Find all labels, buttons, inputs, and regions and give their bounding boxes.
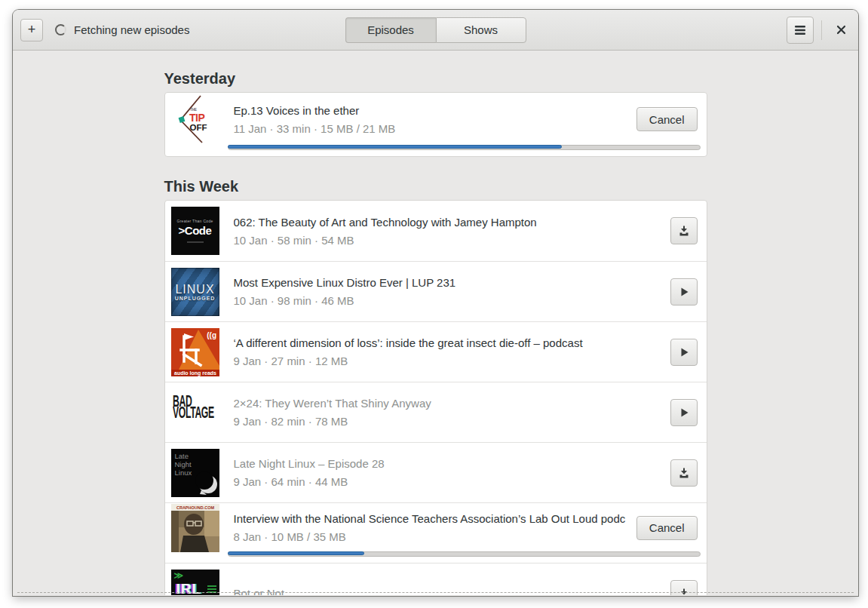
episode-info: ‘A different dimension of loss’: inside … bbox=[234, 336, 670, 367]
cover-text: IRL bbox=[176, 581, 202, 596]
download-icon bbox=[678, 588, 690, 596]
header-right-controls bbox=[787, 17, 852, 44]
status-text: Fetching new episodes bbox=[74, 23, 189, 36]
play-button[interactable] bbox=[670, 278, 698, 306]
cover-text: Greater Than Code bbox=[176, 219, 213, 223]
play-icon bbox=[678, 286, 690, 298]
cover-irl: ≫ IRL bbox=[171, 570, 219, 596]
play-button[interactable] bbox=[670, 399, 698, 426]
cover-decoration bbox=[207, 585, 216, 593]
episode-row-linux-unplugged[interactable]: LINUX UNPLUGGED Most Expensive Linux Dis… bbox=[165, 261, 707, 321]
episode-title: 062: The Beauty of Art and Technology wi… bbox=[234, 216, 660, 229]
hamburger-icon bbox=[794, 25, 806, 35]
spinner-icon bbox=[55, 24, 66, 35]
episode-title: Ep.13 Voices in the ether bbox=[234, 104, 626, 117]
download-button[interactable] bbox=[670, 217, 698, 244]
play-button[interactable] bbox=[670, 339, 698, 366]
view-switcher: Episodes Shows bbox=[345, 17, 526, 43]
desktop-background: + Fetching new episodes Episodes Shows bbox=[0, 0, 868, 608]
cover-the-tip-off: THE TIP OFF bbox=[171, 95, 219, 143]
episodes-feed: Yesterday THE TIP OFF bbox=[164, 51, 707, 595]
header-bar: + Fetching new episodes Episodes Shows bbox=[13, 10, 858, 51]
cover-text: VOLTAGE bbox=[173, 406, 207, 421]
this-week-card: Greater Than Code >Code 062: The Beauty … bbox=[164, 200, 707, 595]
episode-row-greater-than-code[interactable]: Greater Than Code >Code 062: The Beauty … bbox=[165, 201, 707, 261]
cover-craphound: CRAPHOUND.COM bbox=[171, 504, 219, 552]
cover-text: LINUX bbox=[175, 283, 214, 296]
episode-row-bad-voltage[interactable]: BAD VOLTAGE 2×24: They Weren’t That Shin… bbox=[165, 382, 707, 442]
cancel-download-button[interactable]: Cancel bbox=[636, 107, 698, 131]
episode-row-audio-long-reads[interactable]: ((g audio long reads ‘A different dimens… bbox=[165, 321, 707, 382]
cover-late-night-linux: Late Night Linux bbox=[171, 449, 219, 497]
download-progressbar bbox=[228, 551, 701, 557]
play-icon bbox=[678, 346, 690, 358]
episode-title: 2×24: They Weren’t That Shiny Anyway bbox=[234, 397, 660, 410]
yesterday-card: THE TIP OFF Ep.13 Voices in the ether 11… bbox=[164, 92, 707, 157]
tab-episodes[interactable]: Episodes bbox=[345, 17, 436, 43]
cover-text: >Code bbox=[179, 224, 212, 237]
episode-title: Interview with the National Science Teac… bbox=[234, 512, 626, 525]
episode-meta: 11 Jan · 33 min · 15 MB / 21 MB bbox=[234, 122, 626, 135]
episode-title: ‘A different dimension of loss’: inside … bbox=[234, 336, 660, 349]
play-icon bbox=[678, 407, 690, 419]
episode-meta: 9 Jan · 82 min · 78 MB bbox=[234, 415, 660, 428]
episode-row-tip-off[interactable]: THE TIP OFF Ep.13 Voices in the ether 11… bbox=[165, 93, 707, 156]
download-progressbar bbox=[228, 145, 701, 150]
chevron-icon: ≫ bbox=[174, 570, 184, 581]
menu-button[interactable] bbox=[787, 17, 814, 44]
episode-row-late-night-linux[interactable]: Late Night Linux Late Night Linu bbox=[165, 442, 707, 502]
close-button[interactable] bbox=[830, 17, 852, 44]
episode-meta: 9 Jan · 27 min · 12 MB bbox=[234, 355, 660, 367]
episode-title: Bot or Not bbox=[234, 587, 660, 595]
episode-info: Most Expensive Linux Distro Ever | LUP 2… bbox=[234, 276, 670, 307]
tab-shows[interactable]: Shows bbox=[436, 17, 526, 43]
episode-meta: 10 Jan · 58 min · 54 MB bbox=[234, 234, 660, 247]
section-title-this-week: This Week bbox=[164, 178, 707, 195]
cover-linux-unplugged: LINUX UNPLUGGED bbox=[171, 268, 219, 316]
download-progress-fill bbox=[228, 145, 563, 149]
cancel-download-button[interactable]: Cancel bbox=[636, 516, 698, 540]
download-button[interactable] bbox=[670, 459, 698, 487]
episode-row-irl[interactable]: ≫ IRL Bot or Not bbox=[165, 563, 707, 595]
episode-info: Bot or Not bbox=[234, 587, 670, 595]
cover-text-tip: TIP bbox=[189, 112, 204, 124]
download-icon bbox=[678, 225, 690, 237]
episode-info: Ep.13 Voices in the ether 11 Jan · 33 mi… bbox=[234, 104, 636, 135]
cover-decoration bbox=[187, 241, 204, 243]
cover-text: CRAPHOUND.COM bbox=[176, 505, 214, 510]
close-icon bbox=[836, 25, 846, 35]
cover-text: UNPLUGGED bbox=[175, 296, 216, 301]
download-icon bbox=[678, 467, 690, 479]
episode-info: 2×24: They Weren’t That Shiny Anyway 9 J… bbox=[234, 397, 670, 428]
podcasts-window: + Fetching new episodes Episodes Shows bbox=[13, 10, 858, 596]
cover-text-off: OFF bbox=[189, 123, 207, 132]
episode-row-craphound[interactable]: CRAPHOUND.COM Interview with the Nationa… bbox=[165, 502, 707, 563]
episode-info: Interview with the National Science Teac… bbox=[234, 512, 636, 543]
sync-status: Fetching new episodes bbox=[55, 23, 189, 36]
header-separator bbox=[821, 20, 822, 40]
episode-info: Late Night Linux – Episode 28 9 Jan · 64… bbox=[234, 457, 670, 488]
scroll-undershoot-indicator bbox=[17, 592, 854, 593]
download-progress-fill bbox=[228, 551, 364, 555]
episode-title: Most Expensive Linux Distro Ever | LUP 2… bbox=[234, 276, 660, 289]
guardian-roundel-icon: ((g bbox=[207, 331, 216, 339]
crescent-moon-icon bbox=[171, 449, 219, 497]
episode-meta: 9 Jan · 64 min · 44 MB bbox=[234, 475, 660, 488]
cover-audio-long-reads: ((g audio long reads bbox=[171, 328, 219, 376]
cover-text: audio long reads bbox=[173, 370, 216, 376]
section-title-yesterday: Yesterday bbox=[164, 70, 707, 87]
cover-bad-voltage: BAD VOLTAGE bbox=[171, 388, 219, 437]
cover-greater-than-code: Greater Than Code >Code bbox=[171, 207, 219, 255]
episode-info: 062: The Beauty of Art and Technology wi… bbox=[234, 216, 670, 247]
add-podcast-button[interactable]: + bbox=[20, 19, 43, 41]
episode-meta: 10 Jan · 98 min · 46 MB bbox=[234, 294, 660, 307]
episode-meta: 8 Jan · 10 MB / 35 MB bbox=[234, 530, 626, 543]
episodes-view: Yesterday THE TIP OFF bbox=[13, 51, 858, 595]
episode-title: Late Night Linux – Episode 28 bbox=[234, 457, 660, 470]
